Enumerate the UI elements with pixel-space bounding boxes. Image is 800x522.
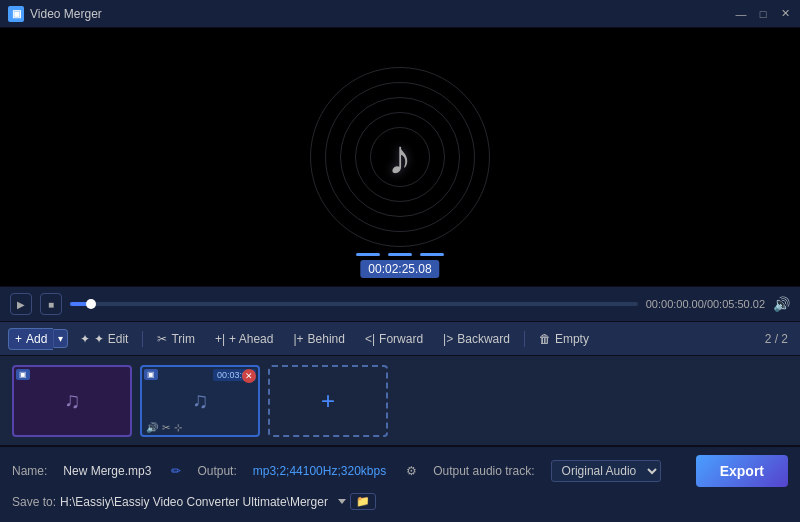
dash-3 — [420, 253, 444, 256]
output-gear-icon[interactable]: ⚙ — [406, 464, 417, 478]
clip-trim-icon: ✂ — [162, 422, 170, 433]
add-clip-icon: + — [321, 387, 335, 415]
export-button[interactable]: Export — [696, 455, 788, 487]
app-icon: ▣ — [8, 6, 24, 22]
clip-1-type-icon: ▣ — [16, 369, 30, 380]
toolbar-divider-2 — [524, 331, 525, 347]
backward-button[interactable]: |> Backward — [435, 329, 518, 349]
add-button-group: + Add ▾ — [8, 328, 68, 350]
page-count: 2 / 2 — [765, 332, 792, 346]
playback-bar: ▶ ■ 00:00:00.00/00:05:50.02 🔊 — [0, 286, 800, 322]
backward-icon: |> — [443, 332, 453, 346]
edit-icon: ✦ — [80, 332, 90, 346]
forward-button[interactable]: <| Forward — [357, 329, 431, 349]
add-dropdown-button[interactable]: ▾ — [53, 329, 68, 348]
clip-1[interactable]: ▣ ♫ — [12, 365, 132, 437]
seek-thumb — [86, 299, 96, 309]
play-button[interactable]: ▶ — [10, 293, 32, 315]
video-time-badge: 00:02:25.08 — [360, 260, 439, 278]
add-clip-button[interactable]: + — [268, 365, 388, 437]
clip-2-type-icon: ▣ — [144, 369, 158, 380]
output-label: Output: — [197, 464, 236, 478]
behind-icon: |+ — [293, 332, 303, 346]
progress-dashes — [356, 253, 444, 256]
app-title: Video Merger — [30, 7, 734, 21]
saveto-path: H:\Eassiy\Eassiy Video Converter Ultimat… — [60, 495, 328, 509]
video-center: ♪ — [300, 57, 500, 257]
trim-button[interactable]: ✂ Trim — [149, 329, 203, 349]
clip-1-header: ▣ — [16, 369, 128, 380]
volume-icon[interactable]: 🔊 — [773, 296, 790, 312]
window-controls: — □ ✕ — [734, 7, 792, 21]
title-bar: ▣ Video Merger — □ ✕ — [0, 0, 800, 28]
clip-1-music-icon: ♫ — [64, 388, 81, 414]
bottom-bar: Name: New Merge.mp3 ✏ Output: mp3;2;4410… — [0, 446, 800, 522]
clip-2-tools: 🔊 ✂ ⊹ — [146, 422, 182, 433]
saveto-label: Save to: — [12, 495, 56, 509]
close-button[interactable]: ✕ — [778, 7, 792, 21]
audio-label: Output audio track: — [433, 464, 534, 478]
toolbar-divider-1 — [142, 331, 143, 347]
toolbar: + Add ▾ ✦ ✦ Edit ✂ Trim +| + Ahead |+ Be… — [0, 322, 800, 356]
add-button[interactable]: + Add — [8, 328, 53, 350]
seek-bar[interactable] — [70, 302, 638, 306]
minimize-button[interactable]: — — [734, 7, 748, 21]
bottom-row-1: Name: New Merge.mp3 ✏ Output: mp3;2;4410… — [12, 455, 788, 487]
maximize-button[interactable]: □ — [756, 7, 770, 21]
dash-1 — [356, 253, 380, 256]
trash-icon: 🗑 — [539, 332, 551, 346]
music-note-icon: ♪ — [388, 130, 412, 185]
audio-rings: ♪ — [300, 57, 500, 257]
video-preview: ♪ 00:02:25.08 — [0, 28, 800, 286]
ahead-button[interactable]: +| + Ahead — [207, 329, 282, 349]
clip-2-close-button[interactable]: ✕ — [242, 369, 256, 383]
ahead-icon: +| — [215, 332, 225, 346]
clip-settings-icon: ⊹ — [174, 422, 182, 433]
clip-2[interactable]: ▣ 00:03:01 ✕ ♫ 🔊 ✂ ⊹ — [140, 365, 260, 437]
add-icon: + — [15, 332, 22, 346]
edit-button[interactable]: ✦ ✦ Edit — [72, 329, 136, 349]
name-edit-icon[interactable]: ✏ — [171, 464, 181, 478]
empty-button[interactable]: 🗑 Empty — [531, 329, 597, 349]
audio-track-select[interactable]: Original Audio — [551, 460, 661, 482]
stop-button[interactable]: ■ — [40, 293, 62, 315]
name-value: New Merge.mp3 — [63, 464, 151, 478]
forward-icon: <| — [365, 332, 375, 346]
add-label: Add — [26, 332, 47, 346]
clips-area: ▣ ♫ ▣ 00:03:01 ✕ ♫ 🔊 ✂ ⊹ + — [0, 356, 800, 446]
behind-button[interactable]: |+ Behind — [285, 329, 353, 349]
bottom-row-2: Save to: H:\Eassiy\Eassiy Video Converte… — [12, 493, 788, 510]
browse-folder-button[interactable]: 📁 — [350, 493, 376, 510]
clip-2-header: ▣ 00:03:01 — [144, 369, 256, 381]
name-label: Name: — [12, 464, 47, 478]
dash-2 — [388, 253, 412, 256]
clip-volume-icon: 🔊 — [146, 422, 158, 433]
time-display: 00:00:00.00/00:05:50.02 — [646, 298, 765, 310]
trim-icon: ✂ — [157, 332, 167, 346]
clip-2-music-icon: ♫ — [192, 388, 209, 414]
output-value: mp3;2;44100Hz;320kbps — [253, 464, 386, 478]
saveto-dropdown-icon[interactable] — [338, 499, 346, 504]
